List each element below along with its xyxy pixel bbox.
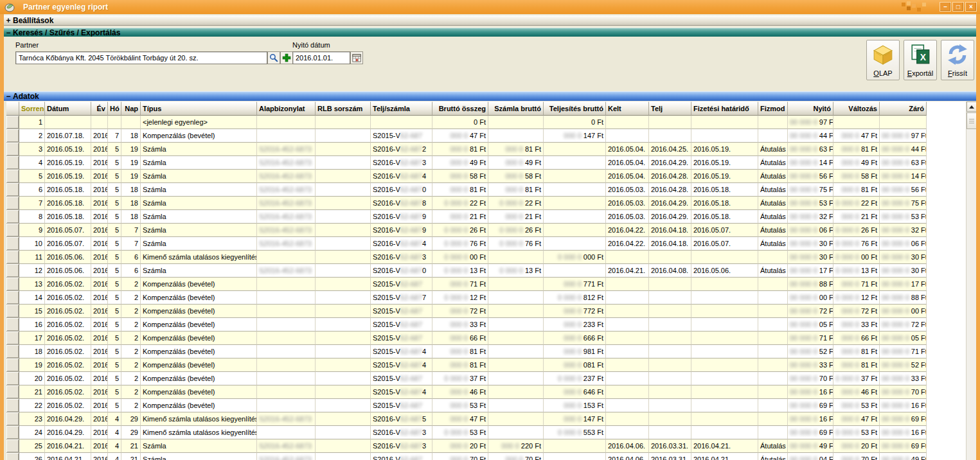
col-header-ts[interactable]: Telj/számla bbox=[371, 102, 432, 116]
table-row[interactable]: 42016.05.19.2016519SzámlaS2016-452-6873S… bbox=[6, 156, 927, 170]
col-header-z[interactable]: Záró bbox=[880, 102, 927, 116]
expand-plus-icon[interactable]: + bbox=[4, 16, 13, 25]
table-row[interactable]: 242016.04.29.2016429Kimenő számla utalás… bbox=[6, 426, 927, 439]
table-row[interactable]: 92016.05.07.201657SzámlaS2016-452-6873S2… bbox=[6, 224, 927, 237]
minimize-button[interactable]: – bbox=[940, 2, 951, 12]
col-header-t[interactable]: Típus bbox=[141, 102, 257, 116]
partner-search-button[interactable] bbox=[267, 51, 280, 64]
amount-visible: 97 Ft bbox=[911, 132, 927, 139]
table-row[interactable]: 22016.07.18.2016718Kompenzálás (bevétel)… bbox=[6, 129, 927, 143]
row-selector[interactable] bbox=[6, 332, 19, 345]
redacted-value: 00 000 0 bbox=[882, 388, 909, 396]
row-selector[interactable] bbox=[6, 156, 19, 170]
row-selector[interactable] bbox=[6, 264, 19, 278]
redacted-value: 0 000 0 bbox=[444, 240, 468, 247]
row-selector[interactable] bbox=[6, 170, 19, 183]
export-button[interactable]: X Exportál bbox=[904, 40, 937, 80]
table-row[interactable]: 62016.05.18.2016518SzámlaS2016-452-6873S… bbox=[6, 183, 927, 197]
row-selector[interactable] bbox=[6, 372, 19, 385]
row-selector[interactable] bbox=[6, 116, 19, 129]
table-row[interactable]: 162016.05.02.201652Kompenzálás (bevétel)… bbox=[6, 318, 927, 332]
nyito-datum-input[interactable] bbox=[292, 51, 350, 64]
close-button[interactable]: × bbox=[965, 2, 977, 12]
col-header-h[interactable]: Hó bbox=[108, 102, 121, 116]
col-header-fh[interactable]: Fizetési határidő bbox=[691, 102, 758, 116]
table-row[interactable]: 102016.05.07.201657SzámlaS2016-452-6873S… bbox=[6, 237, 927, 251]
col-header-s[interactable]: Sorrend bbox=[19, 102, 45, 116]
table-row[interactable]: 142016.05.02.201652Kompenzálás (bevétel)… bbox=[6, 291, 927, 305]
col-header-tj[interactable]: Telj bbox=[649, 102, 691, 116]
col-header-selector[interactable] bbox=[6, 102, 19, 116]
col-header-k[interactable]: Kelt bbox=[606, 102, 649, 116]
section-header-kereses[interactable]: − Keresés / Szűrés / Exportálás bbox=[4, 28, 976, 37]
table-row[interactable]: 202016.05.02.201652Kompenzálás (bevétel)… bbox=[6, 372, 927, 385]
redacted-value: 000 0 bbox=[505, 456, 523, 460]
row-selector[interactable] bbox=[6, 399, 19, 412]
partner-add-button[interactable] bbox=[280, 51, 293, 64]
table-row[interactable]: 132016.05.02.201652Kompenzálás (bevétel)… bbox=[6, 278, 927, 291]
table-row[interactable]: 252016.04.21.2016421SzámlaS2016-452-6873… bbox=[6, 439, 927, 453]
row-selector[interactable] bbox=[6, 345, 19, 358]
table-row[interactable]: 112016.05.06.201656Kimenő számla utaláso… bbox=[6, 251, 927, 264]
row-selector[interactable] bbox=[6, 412, 19, 426]
partner-input[interactable] bbox=[15, 51, 267, 64]
col-header-tb[interactable]: Teljesítés bruttó bbox=[544, 102, 606, 116]
section-header-adatok[interactable]: − Adatok bbox=[4, 91, 976, 101]
row-selector[interactable] bbox=[6, 291, 19, 305]
table-row[interactable]: 232016.04.29.2016429Kimenő számla utalás… bbox=[6, 412, 927, 426]
col-header-fm[interactable]: Fizmod bbox=[758, 102, 788, 116]
table-row[interactable]: 182016.05.02.201652Kompenzálás (bevétel)… bbox=[6, 345, 927, 358]
olap-button[interactable]: OLAP bbox=[866, 40, 900, 80]
collapse-minus-icon[interactable]: − bbox=[4, 92, 13, 101]
table-row[interactable]: 122016.05.06.201656SzámlaS2016-452-6873S… bbox=[6, 264, 927, 278]
table-row[interactable]: 52016.05.19.2016519SzámlaS2016-452-6873S… bbox=[6, 170, 927, 183]
row-selector[interactable] bbox=[6, 278, 19, 291]
row-selector[interactable] bbox=[6, 305, 19, 318]
col-header-rlb[interactable]: RLB sorszám bbox=[316, 102, 371, 116]
maximize-button[interactable]: □ bbox=[952, 2, 964, 12]
row-selector[interactable] bbox=[6, 143, 19, 156]
table-row[interactable]: 82016.05.18.2016518SzámlaS2016-452-6873S… bbox=[6, 210, 927, 224]
row-selector[interactable] bbox=[6, 358, 19, 372]
col-header-e[interactable]: Év bbox=[91, 102, 108, 116]
table-row[interactable]: 212016.05.02.201652Kompenzálás (bevétel)… bbox=[6, 385, 927, 399]
row-selector[interactable] bbox=[6, 426, 19, 439]
table-row[interactable]: 1<jelenlegi egyenleg>0 Ft0 Ft00 000 097 … bbox=[6, 116, 927, 129]
redacted-value: 00 000 0 bbox=[790, 456, 817, 460]
table-row[interactable]: 192016.05.02.201652Kompenzálás (bevétel)… bbox=[6, 358, 927, 372]
row-selector[interactable] bbox=[6, 439, 19, 453]
row-selector[interactable] bbox=[6, 453, 19, 460]
row-selector[interactable] bbox=[6, 385, 19, 399]
row-selector[interactable] bbox=[6, 251, 19, 264]
section-header-beallitasok[interactable]: + Beállítások bbox=[4, 15, 976, 26]
col-header-v[interactable]: Változás bbox=[833, 102, 880, 116]
table-row[interactable]: 172016.05.02.201652Kompenzálás (bevétel)… bbox=[6, 332, 927, 345]
col-header-sb[interactable]: Számla bruttó bbox=[488, 102, 544, 116]
refresh-button[interactable]: Frissít bbox=[941, 40, 974, 80]
table-row[interactable]: 222016.05.02.201652Kompenzálás (bevétel)… bbox=[6, 399, 927, 412]
redacted-value: 00 000 0 bbox=[882, 294, 909, 301]
row-selector[interactable] bbox=[6, 224, 19, 237]
scroll-thumb[interactable] bbox=[967, 112, 976, 129]
date-picker-button[interactable] bbox=[350, 51, 363, 64]
row-selector[interactable] bbox=[6, 210, 19, 224]
vertical-scrollbar[interactable] bbox=[966, 102, 976, 460]
cell-rlb bbox=[316, 453, 371, 460]
col-header-ny[interactable]: Nyitó bbox=[788, 102, 833, 116]
row-selector[interactable] bbox=[6, 129, 19, 143]
table-row[interactable]: 152016.05.02.201652Kompenzálás (bevétel)… bbox=[6, 305, 927, 318]
table-row[interactable]: 72016.05.18.2016518SzámlaS2016-452-6873S… bbox=[6, 197, 927, 210]
row-selector[interactable] bbox=[6, 197, 19, 210]
amount-visible: 16 Ft bbox=[911, 402, 927, 409]
collapse-minus-icon[interactable]: − bbox=[4, 28, 13, 37]
col-header-b[interactable]: Bruttó összeg bbox=[432, 102, 488, 116]
col-header-a[interactable]: Alapbizonylat bbox=[257, 102, 316, 116]
row-selector[interactable] bbox=[6, 237, 19, 251]
col-header-d[interactable]: Dátum bbox=[45, 102, 91, 116]
row-selector[interactable] bbox=[6, 318, 19, 332]
row-selector[interactable] bbox=[6, 183, 19, 197]
col-header-n[interactable]: Nap bbox=[121, 102, 141, 116]
table-row[interactable]: 32016.05.19.2016519SzámlaS2016-452-6873S… bbox=[6, 143, 927, 156]
table-row[interactable]: 262016.04.21.2016421SzámlaS2016-452-6873… bbox=[6, 453, 927, 460]
scroll-up-button[interactable] bbox=[967, 102, 976, 112]
